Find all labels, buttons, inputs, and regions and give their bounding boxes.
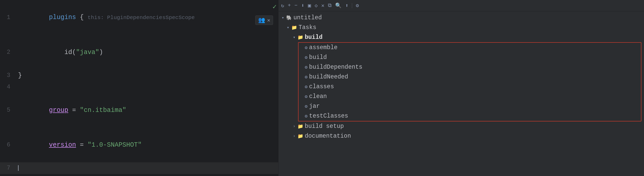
tooltip-icon: 👥 <box>258 17 265 24</box>
code-line-5: 5 group = "cn.itbaima" <box>0 93 278 128</box>
label-clean: clean <box>309 93 327 100</box>
build-tasks-highlighted: ⚙ assemble ⚙ build ⚙ buildDependents ⚙ b… <box>298 42 641 121</box>
tree-item-untitled[interactable]: 🐘 untitled <box>278 13 644 23</box>
toolbar-separator <box>352 3 352 8</box>
tooltip-close-button[interactable]: ✕ <box>267 17 270 23</box>
folder-icon-build: 📁 <box>298 34 303 40</box>
toggle-button[interactable]: ▣ <box>308 2 311 9</box>
code-line-1: 1 plugins { this: PluginDependenciesSpec… <box>0 0 278 35</box>
tree-item-test-classes[interactable]: ⚙ testClasses <box>299 111 641 121</box>
gradle-icon-untitled: 🐘 <box>286 15 292 21</box>
arrow-tasks <box>286 25 290 30</box>
gear-icon-assemble: ⚙ <box>305 45 308 50</box>
code-line-7: 7 <box>0 162 278 174</box>
tooltip-box: 👥 ✕ <box>255 15 273 25</box>
gradle-tree: 🐘 untitled 📁 Tasks 📁 build ⚙ assemble ⚙ … <box>278 11 644 176</box>
tree-item-classes[interactable]: ⚙ classes <box>299 82 641 92</box>
label-tasks: Tasks <box>299 24 316 31</box>
gear-icon-clean: ⚙ <box>305 94 308 99</box>
gear-icon-classes: ⚙ <box>305 84 308 90</box>
tree-item-build-setup[interactable]: 📁 build setup <box>278 121 644 131</box>
code-line-6: 6 version = "1.0-SNAPSHOT" <box>0 128 278 162</box>
copy-button[interactable]: ⧉ <box>328 3 332 8</box>
code-line-4: 4 <box>0 81 278 93</box>
label-build-dependents: buildDependents <box>309 64 362 71</box>
code-line-8: 8 repositories { this: RepositoryHandler <box>0 174 278 176</box>
tree-item-build-dependents[interactable]: ⚙ buildDependents <box>299 62 641 72</box>
label-build: build <box>305 34 323 41</box>
tree-item-assemble[interactable]: ⚙ assemble <box>299 43 641 52</box>
label-classes: classes <box>309 83 334 90</box>
label-build-setup: build setup <box>305 123 344 130</box>
code-line-2: 2 id("java") <box>0 35 278 70</box>
close-button[interactable]: ✕ <box>321 2 324 9</box>
download-button[interactable]: ⬇ <box>301 2 304 9</box>
arrow-untitled <box>281 15 285 20</box>
label-test-classes: testClasses <box>309 113 348 119</box>
gear-icon-test-classes: ⚙ <box>305 113 308 119</box>
gradle-panel: ↻ + − ⬇ ▣ ◇ ✕ ⧉ 🔍 ⬆ ⚙ 🐘 untitled 📁 Tasks… <box>278 0 644 176</box>
editor-panel: 1 plugins { this: PluginDependenciesSpec… <box>0 0 278 176</box>
tree-item-build-task[interactable]: ⚙ build <box>299 52 641 62</box>
remove-button[interactable]: − <box>294 3 298 8</box>
gear-icon-jar: ⚙ <box>305 103 308 109</box>
folder-icon-documentation: 📁 <box>298 133 303 139</box>
gear-icon-build: ⚙ <box>305 55 308 60</box>
code-area: 1 plugins { this: PluginDependenciesSpec… <box>0 0 278 176</box>
label-untitled: untitled <box>293 14 322 21</box>
tree-item-build[interactable]: 📁 build <box>278 32 644 42</box>
checkmark-icon: ✓ <box>273 3 277 11</box>
label-assemble: assemble <box>309 44 337 51</box>
tree-item-jar[interactable]: ⚙ jar <box>299 101 641 111</box>
tree-item-documentation[interactable]: 📁 documentation <box>278 131 644 141</box>
keyword-plugins: plugins <box>49 14 76 21</box>
tree-item-build-needed[interactable]: ⚙ buildNeeded <box>299 72 641 82</box>
label-documentation: documentation <box>305 133 351 139</box>
label-jar: jar <box>309 103 320 110</box>
label-build-task: build <box>309 54 327 61</box>
arrow-build <box>292 35 296 40</box>
gradle-toolbar: ↻ + − ⬇ ▣ ◇ ✕ ⧉ 🔍 ⬆ ⚙ <box>278 0 644 11</box>
folder-icon-tasks: 📁 <box>291 25 297 30</box>
arrow-documentation <box>292 134 296 138</box>
arrow-build-setup <box>292 124 296 129</box>
expand-button[interactable]: ⬆ <box>345 2 348 9</box>
label-build-needed: buildNeeded <box>309 74 348 80</box>
add-button[interactable]: + <box>288 3 291 8</box>
code-line-3: 3 } <box>0 70 278 81</box>
gear-icon-build-dependents: ⚙ <box>305 64 308 70</box>
tree-item-tasks[interactable]: 📁 Tasks <box>278 23 644 32</box>
gear-icon-build-needed: ⚙ <box>305 74 308 80</box>
diamond-button[interactable]: ◇ <box>315 2 318 9</box>
folder-icon-build-setup: 📁 <box>298 124 303 129</box>
search-button[interactable]: 🔍 <box>335 2 342 9</box>
text-cursor <box>18 165 19 171</box>
tree-item-clean[interactable]: ⚙ clean <box>299 92 641 101</box>
refresh-button[interactable]: ↻ <box>281 2 284 9</box>
settings-button[interactable]: ⚙ <box>356 2 359 9</box>
